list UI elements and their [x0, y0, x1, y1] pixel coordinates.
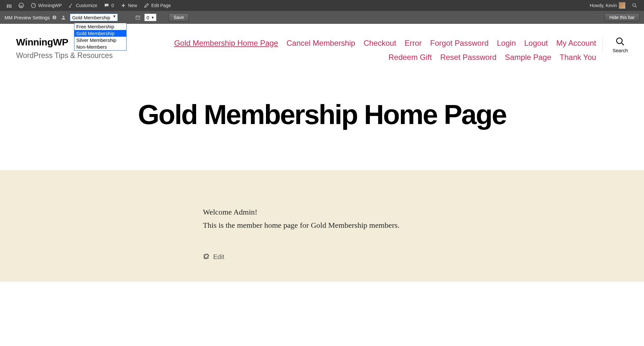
site-name-text: WinningWP — [38, 3, 62, 8]
calendar-icon — [135, 15, 140, 20]
nav-my-account[interactable]: My Account — [556, 39, 596, 48]
edit-page-link[interactable]: Edit Page — [140, 0, 174, 11]
search-label: Search — [612, 48, 628, 53]
site-tagline: WordPress Tips & Resources — [16, 51, 113, 61]
dashboard-icon — [31, 3, 36, 8]
membership-option-free[interactable]: Free Membership — [74, 23, 126, 30]
avatar — [619, 2, 625, 9]
user-icon — [61, 15, 66, 20]
comments-link[interactable]: 0 — [100, 0, 117, 11]
save-button[interactable]: Save — [169, 13, 189, 22]
content-line-1: Welcome Admin! — [203, 206, 441, 219]
nav-cancel-membership[interactable]: Cancel Membership — [287, 39, 355, 48]
mm-preview-bar: MM Preview Settings i Gold Membership 0 … — [0, 11, 644, 24]
comments-count: 0 — [111, 3, 114, 8]
page-hero: Gold Membership Home Page — [16, 62, 628, 170]
info-icon[interactable]: i — [52, 15, 57, 20]
nav-forgot-password[interactable]: Forgot Password — [430, 39, 488, 48]
svg-line-2 — [33, 5, 34, 5]
membership-select-wrap[interactable]: Gold Membership — [70, 14, 118, 21]
nav-error[interactable]: Error — [405, 39, 422, 48]
chevron-down-icon: ▼ — [151, 16, 154, 19]
svg-point-3 — [633, 4, 636, 6]
pencil-icon — [144, 3, 149, 8]
wordpress-icon[interactable] — [15, 0, 27, 11]
page-content: Welcome Admin! This is the member home p… — [0, 170, 644, 282]
nav-redeem-gift[interactable]: Redeem Gift — [388, 53, 432, 62]
edit-page-text: Edit Page — [151, 3, 171, 8]
svg-point-7 — [62, 16, 64, 17]
membership-dropdown: Free Membership Gold Membership Silver M… — [74, 23, 127, 51]
user-greeting[interactable]: Howdy, Kevin — [586, 0, 629, 11]
customize-text: Customize — [76, 3, 97, 8]
svg-line-4 — [635, 6, 637, 7]
search-icon — [615, 37, 625, 46]
brush-icon — [68, 3, 74, 8]
svg-text:i: i — [54, 16, 55, 19]
nav-thank-you[interactable]: Thank You — [560, 53, 596, 62]
edit-link-text: Edit — [213, 251, 224, 262]
site-name-link[interactable]: WinningWP — [27, 0, 65, 11]
nav-login[interactable]: Login — [497, 39, 516, 48]
comment-icon — [104, 3, 109, 8]
admin-search-icon[interactable] — [629, 0, 641, 11]
svg-rect-8 — [136, 16, 140, 19]
customize-link[interactable]: Customize — [65, 0, 100, 11]
new-text: New — [128, 3, 137, 8]
page-title: Gold Membership Home Page — [29, 101, 615, 128]
nav-logout[interactable]: Logout — [524, 39, 548, 48]
new-link[interactable]: New — [117, 0, 140, 11]
edit-link[interactable]: Edit — [203, 251, 441, 262]
edit-icon — [203, 253, 210, 260]
plus-icon — [120, 3, 126, 8]
primary-nav: Gold Membership Home Page Cancel Members… — [113, 37, 596, 62]
hide-bar-button[interactable]: Hide this bar — [604, 13, 639, 22]
greeting-text: Howdy, Kevin — [590, 3, 617, 8]
wp-admin-bar: m WinningWP Customize 0 New Edit Page Ho… — [0, 0, 644, 11]
svg-line-13 — [622, 43, 624, 45]
nav-reset-password[interactable]: Reset Password — [440, 53, 497, 62]
nav-sample-page[interactable]: Sample Page — [505, 53, 551, 62]
mm-logo[interactable]: m — [3, 0, 15, 11]
membership-option-nonmembers[interactable]: Non-Members — [74, 43, 126, 50]
membership-select[interactable]: Gold Membership — [70, 14, 118, 21]
mm-preview-label: MM Preview Settings i — [5, 15, 57, 20]
membership-option-silver[interactable]: Silver Membership — [74, 37, 126, 43]
days-select[interactable]: 0 ▼ — [144, 14, 156, 21]
membership-option-gold[interactable]: Gold Membership — [74, 30, 126, 37]
nav-gold-membership-home[interactable]: Gold Membership Home Page — [174, 39, 278, 48]
svg-point-12 — [617, 38, 622, 44]
content-line-2: This is the member home page for Gold Me… — [203, 219, 441, 232]
nav-checkout[interactable]: Checkout — [364, 39, 396, 48]
search-button[interactable]: Search — [602, 37, 628, 53]
